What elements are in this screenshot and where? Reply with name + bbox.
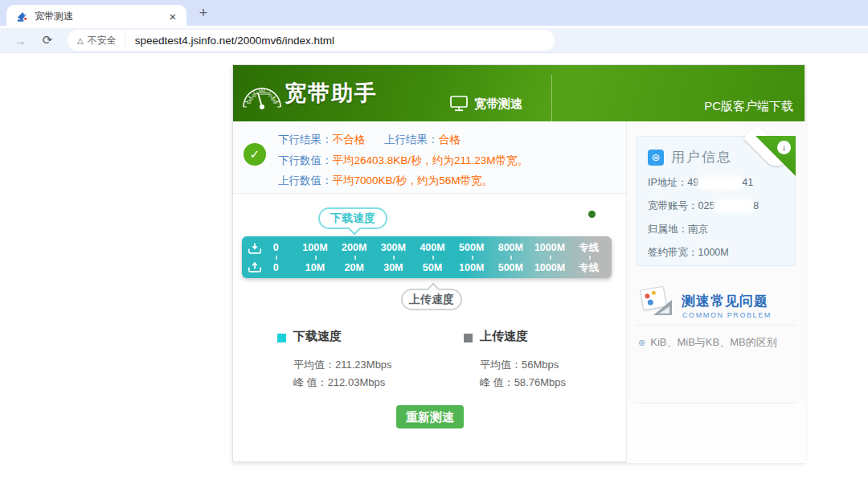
faq-icon xyxy=(640,285,674,318)
warning-icon: △ xyxy=(77,36,84,45)
favicon xyxy=(16,10,28,23)
address-bar[interactable]: △ 不安全 speedtest4.jsinfo.net/2000mv6/inde… xyxy=(68,30,555,51)
upload-peak: 峰 值：58.76Mbps xyxy=(480,375,566,390)
ip-redaction xyxy=(699,178,741,187)
upload-legend-title: 上传速度 xyxy=(480,329,528,344)
down-result-value: 不合格 xyxy=(333,133,366,146)
retest-button[interactable]: 重新测速 xyxy=(396,405,464,428)
download-arrow-icon: ↓ xyxy=(777,141,791,154)
nav-speedtest-label: 宽带测速 xyxy=(474,96,522,112)
download-icon xyxy=(248,243,262,255)
up-result-value: 合格 xyxy=(439,133,461,146)
faq-subtitle: COMMON PROBLEM xyxy=(682,311,772,319)
new-tab-button[interactable]: + xyxy=(193,3,214,24)
download-scale-row: 0100M200M300M400M500M800M1000M专线 xyxy=(256,240,608,255)
check-icon: ✓ xyxy=(244,143,266,166)
faq-item-link[interactable]: ⊛ KiB、MiB与KB、MB的区别 xyxy=(638,335,777,350)
close-tab-icon[interactable]: × xyxy=(166,10,180,24)
upload-scale-row: 010M20M30M50M100M500M1000M专线 xyxy=(256,260,608,275)
user-info-header: ⊛ 用户信息 xyxy=(648,148,732,166)
svg-text:10: 10 xyxy=(247,100,252,105)
ip-row: IP地址：4941 xyxy=(648,176,753,190)
upload-legend-swatch xyxy=(464,334,473,342)
result-line-3: 上行数值：平均7000KB/秒，约为56M带宽。 xyxy=(278,170,528,191)
up-value-text: 平均7000KB/秒，约为56M带宽。 xyxy=(333,174,493,187)
speedtest-card: 10 20 30 40 50 60 70 80 90 宽带助手 宽带测速 PC版 xyxy=(232,64,805,462)
faq-divider xyxy=(637,325,796,326)
forward-icon[interactable]: → xyxy=(11,34,29,47)
dashboard-icon: ⊛ xyxy=(648,150,664,166)
down-result-label: 下行结果： xyxy=(278,133,333,146)
user-info-panel: ↓ ⊛ 用户信息 IP地址：4941 宽带账号：0258 归属地：南京 签约带宽… xyxy=(637,136,796,266)
faq-title: 测速常见问题 xyxy=(682,292,768,310)
download-legend-swatch xyxy=(277,334,286,342)
result-line-1: 下行结果：不合格上行结果：合格 xyxy=(278,129,528,150)
download-legend-title: 下载速度 xyxy=(293,329,342,344)
speedometer-icon: 10 20 30 40 50 60 70 80 90 xyxy=(241,75,283,112)
account-redaction xyxy=(715,202,752,211)
monitor-icon xyxy=(450,96,468,112)
pc-client-download-link[interactable]: PC版客户端下载 xyxy=(704,99,793,114)
download-speed-bubble: 下载速度 xyxy=(318,207,387,229)
down-value-text: 平均26403.8KB/秒，约为211.23M带宽。 xyxy=(333,154,529,166)
browser-tab[interactable]: 宽带测速 × xyxy=(6,5,186,28)
bandwidth-row: 签约带宽：1000M xyxy=(648,246,729,260)
region-row: 归属地：南京 xyxy=(648,223,708,236)
brand-title: 宽带助手 xyxy=(285,79,378,108)
account-row: 宽带账号：0258 xyxy=(648,199,759,213)
tab-title: 宽带测速 xyxy=(35,10,166,23)
results-text: 下行结果：不合格上行结果：合格 下行数值：平均26403.8KB/秒，约为211… xyxy=(278,129,528,191)
download-ribbon[interactable]: ↓ xyxy=(754,136,796,178)
tab-strip: 宽带测速 × + xyxy=(0,0,868,26)
card-header: 10 20 30 40 50 60 70 80 90 宽带助手 宽带测速 PC版 xyxy=(233,65,805,121)
user-info-title: 用户信息 xyxy=(671,148,732,166)
security-badge[interactable]: △ 不安全 xyxy=(68,30,125,51)
upload-icon xyxy=(248,261,262,273)
down-value-label: 下行数值： xyxy=(278,154,333,166)
up-value-label: 上行数值： xyxy=(278,174,333,187)
faq-picture-icon xyxy=(640,286,667,311)
scale-ticks xyxy=(256,255,608,260)
svg-text:90: 90 xyxy=(273,100,278,105)
reload-icon[interactable]: ⟳ xyxy=(39,33,56,47)
sidebar-footer-area xyxy=(628,404,806,463)
security-badge-label: 不安全 xyxy=(88,34,117,47)
upload-speed-bubble: 上传速度 xyxy=(401,289,462,310)
speed-scale-bar: 0100M200M300M400M500M800M1000M专线 010M20M… xyxy=(242,236,612,278)
sidebar: ↓ ⊛ 用户信息 IP地址：4941 宽带账号：0258 归属地：南京 签约带宽… xyxy=(626,121,806,463)
result-line-2: 下行数值：平均26403.8KB/秒，约为211.23M带宽。 xyxy=(278,150,528,171)
up-result-label: 上行结果： xyxy=(384,133,439,146)
download-avg: 平均值：211.23Mbps xyxy=(293,358,392,372)
results-panel: ✓ 下行结果：不合格上行结果：合格 下行数值：平均26403.8KB/秒，约为2… xyxy=(233,121,626,194)
status-dot xyxy=(588,211,596,218)
upload-avg: 平均值：56Mbps xyxy=(480,358,559,372)
nav-speedtest[interactable]: 宽带测速 xyxy=(450,96,522,112)
browser-toolbar: → ⟳ △ 不安全 speedtest4.jsinfo.net/2000mv6/… xyxy=(0,28,868,53)
header-separator xyxy=(551,75,552,121)
download-peak: 峰 值：212.03Mbps xyxy=(293,375,385,390)
faq-item-text: KiB、MiB与KB、MB的区别 xyxy=(650,335,776,350)
url-text: speedtest4.jsinfo.net/2000mv6/index.html xyxy=(135,35,334,47)
faq-bullet-icon: ⊛ xyxy=(638,338,645,348)
